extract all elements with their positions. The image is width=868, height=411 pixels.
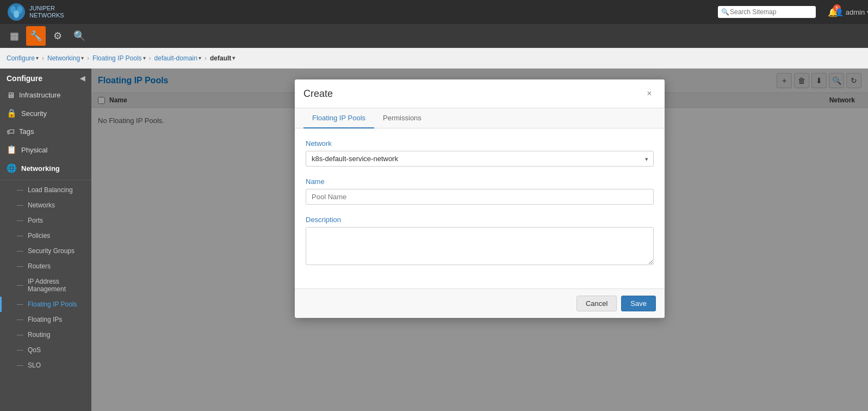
sidebar-sub-floating-ips[interactable]: — Floating IPs bbox=[0, 312, 91, 327]
content-area: Floating IP Pools + 🗑 ⬇ 🔍 ↻ Name Network… bbox=[91, 69, 868, 411]
search-nav-button[interactable]: 🔍 bbox=[70, 26, 89, 46]
nav-icons-bar: ▦ 🔧 ⚙ 🔍 bbox=[0, 24, 868, 48]
sidebar-item-physical[interactable]: 📋 Physical bbox=[0, 140, 91, 159]
networking-icon: 🌐 bbox=[7, 163, 17, 173]
topbar-left: JUNIPERNETWORKS bbox=[7, 2, 64, 22]
sidebar-sub-ports[interactable]: — Ports bbox=[0, 213, 91, 228]
sidebar-routers-label: Routers bbox=[28, 262, 51, 270]
sidebar-networking-label: Networking bbox=[21, 164, 60, 173]
sidebar-load-balancing-label: Load Balancing bbox=[28, 186, 73, 194]
sidebar-item-security[interactable]: 🔒 Security bbox=[0, 104, 91, 122]
sidebar-sub-floating-ip-pools[interactable]: — Floating IP Pools bbox=[0, 297, 91, 312]
sidebar: Configure ◀ 🖥 Infrastructure 🔒 Security … bbox=[0, 69, 91, 411]
dash-icon-routers: — bbox=[17, 262, 23, 270]
dash-icon-sg: — bbox=[17, 247, 23, 255]
sidebar-ports-label: Ports bbox=[28, 217, 43, 224]
create-modal: Create × Floating IP Pools Permissions N… bbox=[295, 79, 665, 318]
dash-icon-networks: — bbox=[17, 201, 23, 209]
dash-icon-lb: — bbox=[17, 186, 23, 194]
description-form-group: Description bbox=[306, 216, 654, 267]
sidebar-header: Configure ◀ bbox=[0, 69, 91, 86]
admin-label: admin bbox=[846, 8, 865, 16]
breadcrumb-default[interactable]: default ▾ bbox=[210, 54, 235, 62]
dash-icon-slo: — bbox=[17, 361, 23, 369]
sidebar-networks-label: Networks bbox=[28, 201, 55, 209]
network-form-group: Network k8s-default-service-network ▾ bbox=[306, 139, 654, 167]
sidebar-sub-policies[interactable]: — Policies bbox=[0, 228, 91, 243]
default-domain-arrow-icon: ▾ bbox=[199, 55, 201, 61]
sidebar-sub-slo[interactable]: — SLO bbox=[0, 358, 91, 373]
description-textarea[interactable] bbox=[306, 227, 654, 265]
network-select-wrap: k8s-default-service-network ▾ bbox=[306, 151, 654, 167]
sidebar-physical-label: Physical bbox=[21, 146, 47, 154]
security-icon: 🔒 bbox=[7, 108, 17, 118]
breadcrumb: Configure ▾ › Networking ▾ › Floating IP… bbox=[0, 48, 868, 69]
bc-sep-4: › bbox=[204, 54, 207, 62]
cancel-button[interactable]: Cancel bbox=[576, 296, 617, 311]
networking-arrow-icon: ▾ bbox=[81, 55, 84, 61]
search-wrap[interactable]: 🔍 bbox=[718, 6, 816, 18]
dash-icon-qos: — bbox=[17, 346, 23, 354]
sidebar-security-label: Security bbox=[21, 109, 47, 118]
search-topbar-icon: 🔍 bbox=[721, 8, 729, 16]
modal-close-button[interactable]: × bbox=[643, 87, 656, 100]
sidebar-policies-label: Policies bbox=[28, 232, 50, 240]
save-button[interactable]: Save bbox=[621, 296, 656, 311]
dashboard-nav-button[interactable]: ▦ bbox=[4, 26, 24, 46]
physical-icon: 📋 bbox=[7, 145, 17, 155]
tab-floating-ip-pools[interactable]: Floating IP Pools bbox=[303, 108, 374, 128]
sidebar-security-groups-label: Security Groups bbox=[28, 247, 75, 255]
sidebar-floating-ip-pools-label: Floating IP Pools bbox=[28, 300, 77, 308]
dash-icon-ports: — bbox=[17, 217, 23, 224]
sidebar-sub-networks[interactable]: — Networks bbox=[0, 198, 91, 213]
tab-permissions[interactable]: Permissions bbox=[374, 108, 430, 128]
bc-sep-3: › bbox=[149, 54, 151, 62]
dash-icon-fip-pools: — bbox=[17, 300, 23, 308]
modal-footer: Cancel Save bbox=[295, 289, 665, 318]
modal-overlay: Create × Floating IP Pools Permissions N… bbox=[91, 69, 868, 411]
search-sitemap-input[interactable] bbox=[718, 6, 816, 18]
dash-icon-routing: — bbox=[17, 331, 23, 339]
bc-sep-2: › bbox=[87, 54, 89, 62]
network-select[interactable]: k8s-default-service-network bbox=[306, 151, 654, 167]
sidebar-sub-qos[interactable]: — QoS bbox=[0, 342, 91, 358]
configure-arrow-icon: ▾ bbox=[36, 55, 39, 61]
modal-header: Create × bbox=[295, 79, 665, 108]
breadcrumb-configure[interactable]: Configure ▾ bbox=[7, 54, 39, 62]
logo-text: JUNIPERNETWORKS bbox=[29, 5, 64, 19]
sidebar-tags-label: Tags bbox=[19, 127, 34, 136]
logo: JUNIPERNETWORKS bbox=[7, 2, 64, 22]
breadcrumb-default-domain[interactable]: default-domain ▾ bbox=[154, 54, 201, 62]
sidebar-item-infrastructure[interactable]: 🖥 Infrastructure bbox=[0, 86, 91, 104]
modal-body: Network k8s-default-service-network ▾ Na… bbox=[295, 128, 665, 289]
description-label: Description bbox=[306, 216, 654, 224]
juniper-logo-icon bbox=[7, 2, 26, 22]
sidebar-floating-ips-label: Floating IPs bbox=[28, 316, 62, 323]
breadcrumb-floating-ip-pools[interactable]: Floating IP Pools ▾ bbox=[92, 54, 146, 62]
name-label: Name bbox=[306, 177, 654, 186]
sidebar-collapse-button[interactable]: ◀ bbox=[80, 75, 85, 82]
network-label: Network bbox=[306, 139, 654, 148]
dash-icon-fips: — bbox=[17, 316, 23, 323]
modal-tabs: Floating IP Pools Permissions bbox=[295, 108, 665, 128]
sidebar-sub-ip-address-management[interactable]: — IP Address Management bbox=[0, 274, 91, 297]
sidebar-sub-routing[interactable]: — Routing bbox=[0, 327, 91, 342]
infrastructure-icon: 🖥 bbox=[7, 90, 15, 100]
tags-icon: 🏷 bbox=[7, 127, 15, 136]
sidebar-sub-security-groups[interactable]: — Security Groups bbox=[0, 243, 91, 259]
tools-nav-button[interactable]: 🔧 bbox=[26, 26, 46, 46]
settings-nav-button[interactable]: ⚙ bbox=[48, 26, 67, 46]
main-layout: Configure ◀ 🖥 Infrastructure 🔒 Security … bbox=[0, 69, 868, 411]
admin-menu-button[interactable]: 👤 admin ▾ bbox=[844, 3, 861, 21]
sidebar-divider bbox=[0, 180, 91, 180]
bc-sep-1: › bbox=[42, 54, 44, 62]
pool-name-input[interactable] bbox=[306, 189, 654, 205]
name-form-group: Name bbox=[306, 177, 654, 205]
sidebar-item-tags[interactable]: 🏷 Tags bbox=[0, 122, 91, 140]
sidebar-item-networking[interactable]: 🌐 Networking bbox=[0, 159, 91, 177]
sidebar-sub-routers[interactable]: — Routers bbox=[0, 259, 91, 274]
sidebar-ip-address-management-label: IP Address Management bbox=[28, 278, 83, 293]
breadcrumb-networking[interactable]: Networking ▾ bbox=[47, 54, 84, 62]
sidebar-sub-load-balancing[interactable]: — Load Balancing bbox=[0, 182, 91, 198]
modal-title: Create bbox=[303, 88, 333, 100]
